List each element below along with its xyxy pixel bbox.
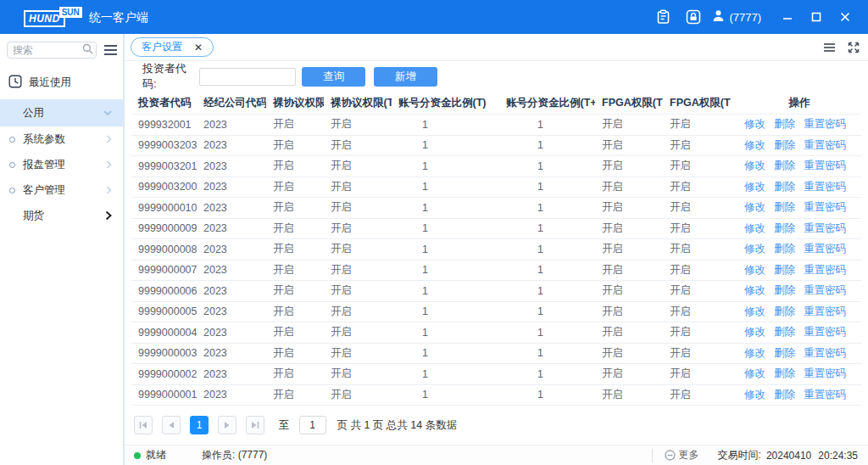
delete-link[interactable]: 删除 [774,200,795,215]
modify-link[interactable]: 修改 [744,263,765,277]
modify-link[interactable]: 修改 [744,242,765,256]
modify-link[interactable]: 修改 [744,159,765,173]
modify-link[interactable]: 修改 [744,283,765,298]
cell-broker-code: 2023 [197,244,266,255]
header-fpga-t: FPGA权限(T) [595,96,663,110]
reset-password-link[interactable]: 重置密码 [804,180,846,194]
cell-fund-ratio-t: 1 [392,160,499,172]
more-button[interactable]: 更多 [665,448,699,462]
tab-bar: 客户设置 ✕ [125,34,868,61]
tab-customer-settings[interactable]: 客户设置 ✕ [131,37,214,57]
next-page-button[interactable] [218,416,236,434]
modify-link[interactable]: 修改 [744,221,765,236]
cell-bare-protocol-t: 开启 [266,242,324,256]
modify-link[interactable]: 修改 [744,367,765,381]
delete-link[interactable]: 删除 [774,346,795,361]
menu-toggle-icon[interactable] [103,43,119,57]
user-account[interactable]: (7777) [712,9,761,25]
header-bare-protocol-t: 裸协议权限(T) [266,96,324,110]
logo-sun-text: SUN [59,7,82,18]
modify-link[interactable]: 修改 [744,180,765,194]
modify-link[interactable]: 修改 [744,325,765,339]
minimize-button[interactable] [776,6,798,28]
tab-close-icon[interactable]: ✕ [194,42,203,53]
reset-password-link[interactable]: 重置密码 [804,117,846,132]
reset-password-link[interactable]: 重置密码 [804,305,846,319]
table-header-row: 投资者代码 经纪公司代码 裸协议权限(T) 裸协议权限(T+1) 账号分资金比例… [131,92,861,115]
chevron-right-icon [106,135,112,143]
delete-link[interactable]: 删除 [774,117,795,132]
cell-fpga-t: 开启 [595,242,663,256]
modify-link[interactable]: 修改 [744,138,765,153]
cell-fund-ratio-t1: 1 [499,347,595,359]
cell-broker-code: 2023 [197,327,266,339]
reset-password-link[interactable]: 重置密码 [804,263,846,277]
sidebar-item-system-params[interactable]: 系统参数 [0,126,123,152]
table-body: 999932001 2023 开启 开启 1 1 开启 开启 修改 删除 重置密… [131,115,861,406]
reset-password-link[interactable]: 重置密码 [804,159,846,173]
lock-screen-icon[interactable] [682,5,705,29]
delete-link[interactable]: 删除 [774,159,795,173]
cell-bare-protocol-t: 开启 [266,263,324,277]
reset-password-link[interactable]: 重置密码 [804,388,846,402]
cell-fpga-t1: 开启 [663,367,731,381]
modify-link[interactable]: 修改 [744,388,765,402]
modify-link[interactable]: 修改 [744,305,765,319]
tab-list-icon[interactable] [823,42,836,53]
cell-investor-code: 9999003203 [131,139,197,151]
goto-page-input[interactable] [299,416,326,434]
modify-link[interactable]: 修改 [744,200,765,215]
sidebar-item-quote-mgmt[interactable]: 报盘管理 [0,152,123,177]
reset-password-link[interactable]: 重置密码 [804,346,846,361]
delete-link[interactable]: 删除 [774,388,795,402]
query-button[interactable]: 查询 [302,67,365,87]
prev-page-button[interactable] [162,416,181,434]
cell-bare-protocol-t1: 开启 [324,388,392,402]
sidebar-item-recent[interactable]: 最近使用 [0,69,123,96]
reset-password-link[interactable]: 重置密码 [804,221,846,236]
cell-bare-protocol-t1: 开启 [324,367,392,381]
delete-link[interactable]: 删除 [774,263,795,277]
cell-bare-protocol-t1: 开启 [324,200,392,215]
delete-link[interactable]: 删除 [774,138,795,153]
sidebar-item-futures[interactable]: 期货 [0,203,123,228]
reset-password-link[interactable]: 重置密码 [804,200,846,215]
table-row: 9999000005 2023 开启 开启 1 1 开启 开启 修改 删除 重置… [131,302,861,323]
cell-bare-protocol-t: 开启 [266,117,324,132]
close-button[interactable] [834,6,856,28]
cell-fund-ratio-t1: 1 [499,305,595,317]
search-input[interactable] [13,44,82,56]
delete-link[interactable]: 删除 [774,221,795,236]
clipboard-icon[interactable] [651,5,675,29]
reset-password-link[interactable]: 重置密码 [804,242,846,256]
delete-link[interactable]: 删除 [774,283,795,298]
cell-fund-ratio-t: 1 [392,222,499,234]
sidebar-item-public[interactable]: 公用 [0,99,123,126]
reset-password-link[interactable]: 重置密码 [804,367,846,381]
sidebar-item-customer-mgmt[interactable]: 客户管理 [0,177,123,203]
delete-link[interactable]: 删除 [774,325,795,339]
first-page-button[interactable] [134,416,153,434]
add-button[interactable]: 新增 [374,67,437,87]
reset-password-link[interactable]: 重置密码 [804,325,846,339]
fullscreen-icon[interactable] [848,42,860,53]
sidebar-search[interactable] [7,42,97,59]
sidebar-item-label: 报盘管理 [23,158,65,172]
header-broker-code: 经纪公司代码 [197,96,266,110]
maximize-button[interactable] [805,6,827,28]
delete-link[interactable]: 删除 [774,242,795,256]
cell-fpga-t: 开启 [595,283,663,298]
delete-link[interactable]: 删除 [774,180,795,194]
investor-code-input[interactable] [199,68,296,86]
cell-fund-ratio-t1: 1 [499,285,595,297]
modify-link[interactable]: 修改 [744,117,765,132]
modify-link[interactable]: 修改 [744,346,765,361]
goto-page-label: 至 [279,418,290,433]
current-page-button[interactable]: 1 [190,416,209,434]
delete-link[interactable]: 删除 [774,367,795,381]
reset-password-link[interactable]: 重置密码 [804,138,846,153]
reset-password-link[interactable]: 重置密码 [804,283,846,298]
delete-link[interactable]: 删除 [774,305,795,319]
cell-fund-ratio-t: 1 [392,305,499,317]
last-page-button[interactable] [246,416,264,434]
